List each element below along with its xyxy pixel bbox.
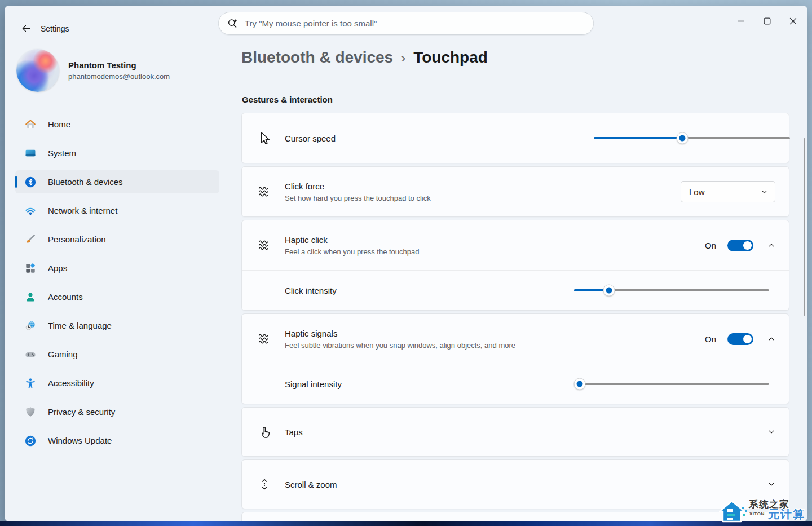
user-profile[interactable]: Phantom Testing phantomodemos@outlook.co… bbox=[16, 49, 170, 92]
sidebar-item-accounts[interactable]: Accounts bbox=[15, 285, 219, 308]
sidebar-item-system[interactable]: System bbox=[15, 142, 219, 165]
desktop-wallpaper-strip bbox=[0, 521, 812, 526]
haptic-signals-card: Haptic signals Feel subtle vibrations wh… bbox=[241, 313, 789, 404]
cursor-speed-slider[interactable] bbox=[594, 132, 790, 144]
click-force-card: Click force Set how hard you press the t… bbox=[241, 166, 789, 217]
haptic-click-toggle[interactable] bbox=[727, 240, 753, 251]
user-email: phantomodemos@outlook.com bbox=[68, 72, 170, 81]
sidebar-item-accessibility[interactable]: Accessibility bbox=[15, 372, 219, 395]
scrollbar[interactable] bbox=[804, 138, 805, 316]
haptic-signals-label: Haptic signals bbox=[285, 329, 515, 338]
haptic-signals-toggle[interactable] bbox=[727, 333, 753, 345]
signal-intensity-label: Signal intensity bbox=[285, 379, 342, 389]
network-icon bbox=[24, 205, 37, 217]
haptic-waves-icon bbox=[256, 237, 273, 253]
sidebar-item-label: Accessibility bbox=[48, 378, 94, 388]
home-icon bbox=[24, 118, 37, 131]
slider-track bbox=[574, 383, 769, 385]
taps-card[interactable]: Taps bbox=[241, 407, 789, 457]
maximize-button[interactable] bbox=[754, 10, 780, 32]
sidebar-item-label: Privacy & security bbox=[48, 407, 115, 417]
minimize-button[interactable] bbox=[728, 10, 754, 32]
bluetooth-icon bbox=[24, 176, 37, 188]
sidebar-item-time-language[interactable]: Time & language bbox=[15, 314, 219, 337]
haptic-signals-description: Feel subtle vibrations when you snap win… bbox=[285, 341, 515, 350]
maximize-icon bbox=[764, 17, 771, 25]
search-box[interactable] bbox=[218, 12, 594, 35]
privacy-security-icon bbox=[24, 406, 37, 418]
sidebar-item-label: Personalization bbox=[48, 235, 106, 244]
haptic-signals-collapse-button[interactable] bbox=[767, 335, 775, 343]
sidebar-item-label: Accounts bbox=[48, 292, 83, 302]
gaming-icon bbox=[24, 348, 37, 361]
toggle-knob bbox=[743, 335, 752, 343]
close-icon bbox=[789, 17, 797, 25]
partial-card[interactable] bbox=[241, 512, 789, 521]
click-force-dropdown[interactable]: Low bbox=[681, 181, 775, 202]
back-button[interactable] bbox=[17, 19, 35, 37]
slider-track bbox=[594, 137, 790, 139]
click-intensity-slider[interactable] bbox=[574, 284, 769, 297]
haptic-waves-icon bbox=[256, 184, 273, 200]
breadcrumb-parent[interactable]: Bluetooth & devices bbox=[241, 48, 393, 67]
breadcrumb-chevron-icon: › bbox=[401, 49, 405, 66]
toggle-knob bbox=[743, 241, 752, 250]
sidebar-item-network-internet[interactable]: Network & internet bbox=[15, 199, 219, 222]
accessibility-icon bbox=[24, 377, 37, 390]
sidebar-item-windows-update[interactable]: Windows Update bbox=[15, 429, 219, 452]
scroll-zoom-card[interactable]: Scroll & zoom bbox=[241, 459, 789, 509]
sidebar-item-label: System bbox=[48, 148, 76, 158]
scroll-zoom-expand-button[interactable] bbox=[767, 480, 775, 488]
slider-thumb[interactable] bbox=[676, 132, 688, 144]
sidebar-item-label: Home bbox=[48, 120, 70, 129]
back-arrow-icon bbox=[21, 23, 32, 34]
close-button[interactable] bbox=[780, 10, 806, 32]
time-language-icon bbox=[24, 320, 37, 332]
click-force-description: Set how hard you press the touchpad to c… bbox=[285, 194, 431, 202]
sidebar-item-label: Time & language bbox=[48, 321, 112, 330]
slider-thumb[interactable] bbox=[603, 285, 615, 297]
page-title: Touchpad bbox=[413, 48, 488, 67]
chevron-down-icon bbox=[767, 428, 775, 436]
sidebar-item-label: Gaming bbox=[48, 350, 78, 359]
sidebar-item-label: Network & internet bbox=[48, 206, 117, 215]
scroll-icon bbox=[256, 478, 273, 491]
signal-intensity-slider[interactable] bbox=[574, 378, 769, 390]
haptic-click-collapse-button[interactable] bbox=[767, 241, 775, 249]
sidebar-item-home[interactable]: Home bbox=[15, 113, 219, 136]
accounts-icon bbox=[24, 291, 37, 303]
slider-fill bbox=[594, 137, 682, 139]
sidebar-item-label: Bluetooth & devices bbox=[48, 177, 123, 187]
scroll-zoom-label: Scroll & zoom bbox=[285, 480, 337, 489]
chevron-down-icon bbox=[767, 480, 775, 488]
cursor-icon bbox=[256, 131, 273, 145]
personalization-icon bbox=[24, 233, 37, 246]
system-icon bbox=[24, 147, 37, 160]
apps-icon bbox=[24, 262, 37, 275]
sidebar-item-apps[interactable]: Apps bbox=[15, 257, 219, 280]
sidebar-item-bluetooth-devices[interactable]: Bluetooth & devices bbox=[15, 170, 219, 193]
chevron-up-icon bbox=[767, 241, 775, 249]
search-input[interactable] bbox=[245, 19, 585, 28]
section-title: Gestures & interaction bbox=[242, 95, 333, 104]
sidebar-item-personalization[interactable]: Personalization bbox=[15, 228, 219, 251]
click-force-label: Click force bbox=[285, 182, 431, 191]
slider-thumb[interactable] bbox=[574, 378, 586, 390]
sidebar-item-gaming[interactable]: Gaming bbox=[15, 343, 219, 366]
chevron-up-icon bbox=[767, 335, 775, 343]
taps-label: Taps bbox=[285, 427, 303, 437]
user-name: Phantom Testing bbox=[68, 60, 170, 70]
breadcrumb: Bluetooth & devices › Touchpad bbox=[241, 48, 488, 67]
taps-expand-button[interactable] bbox=[767, 428, 775, 436]
sidebar: Home System Bluetooth & bbox=[15, 113, 219, 458]
haptic-click-card: Haptic click Feel a click when you press… bbox=[241, 220, 789, 311]
toggle-state-label: On bbox=[705, 241, 716, 250]
sidebar-item-privacy-security[interactable]: Privacy & security bbox=[15, 400, 219, 423]
click-intensity-label: Click intensity bbox=[285, 286, 337, 295]
toggle-state-label: On bbox=[705, 334, 716, 344]
minimize-icon bbox=[738, 17, 745, 25]
windows-update-icon bbox=[24, 435, 37, 447]
haptic-waves-icon bbox=[256, 331, 273, 347]
settings-cards: Cursor speed bbox=[241, 113, 789, 521]
cursor-speed-label: Cursor speed bbox=[285, 134, 336, 143]
